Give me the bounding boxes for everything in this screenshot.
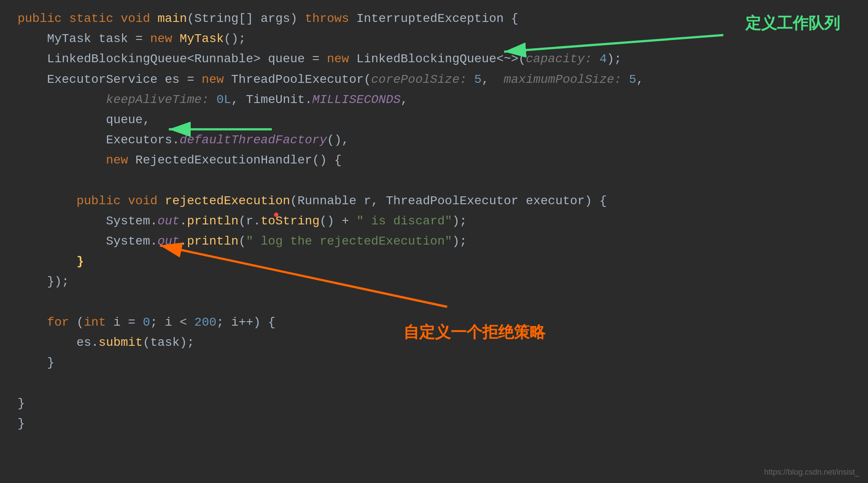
code-line-14: }); (18, 272, 850, 292)
code-line-8: new RejectedExecutionHandler() { (18, 150, 850, 170)
code-line-21: } (18, 414, 850, 434)
code-line-20: } (18, 394, 850, 414)
code-line-19 (18, 373, 850, 393)
code-line-3: LinkedBlockingQueue<Runnable> queue = ne… (18, 49, 850, 69)
code-line-4: ExecutorService es = new ThreadPoolExecu… (18, 70, 850, 90)
code-line-5: keepAliveTime: 0L, TimeUnit.MILLISECONDS… (18, 90, 850, 110)
code-line-1: public static void main(String[] args) t… (18, 9, 850, 29)
code-container: public static void main(String[] args) t… (0, 0, 868, 483)
code-line-15 (18, 292, 850, 313)
code-line-16: for (int i = 0; i < 200; i++) { (18, 313, 850, 333)
code-line-10: public void rejectedExecution(Runnable r… (18, 191, 850, 211)
code-line-6: queue, (18, 110, 850, 130)
code-line-12: System.out.println(" log the rejectedExe… (18, 231, 850, 252)
code-line-18: } (18, 353, 850, 373)
code-line-11: System.out.println(r.toString() + " is d… (18, 211, 850, 231)
code-line-13: } (18, 252, 850, 272)
url-credit: https://blog.csdn.net/insist_ (764, 466, 859, 479)
code-line-7: Executors.defaultThreadFactory(), (18, 130, 850, 150)
code-line-17: es.submit(task); (18, 333, 850, 353)
code-line-2: MyTask task = new MyTask(); (18, 29, 850, 49)
code-line-9 (18, 171, 850, 191)
